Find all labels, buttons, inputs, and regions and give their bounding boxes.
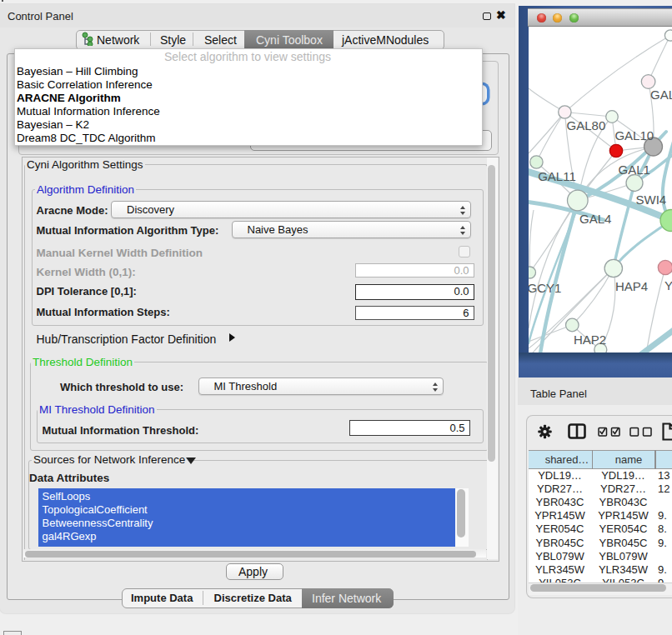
svg-text:GAL2: GAL2 — [650, 88, 672, 102]
svg-text:YM: YM — [664, 278, 672, 292]
svg-text:GAL4: GAL4 — [579, 212, 611, 226]
svg-text:HAP2: HAP2 — [574, 332, 606, 346]
svg-text:GAL10: GAL10 — [614, 128, 654, 142]
svg-text:HAP4: HAP4 — [615, 279, 648, 293]
svg-text:GAL1: GAL1 — [619, 162, 650, 176]
svg-text:GAL80: GAL80 — [567, 118, 606, 132]
svg-text:GAL11: GAL11 — [538, 168, 576, 182]
svg-text:SWI4: SWI4 — [636, 192, 667, 207]
svg-text:GCY1: GCY1 — [529, 281, 561, 295]
